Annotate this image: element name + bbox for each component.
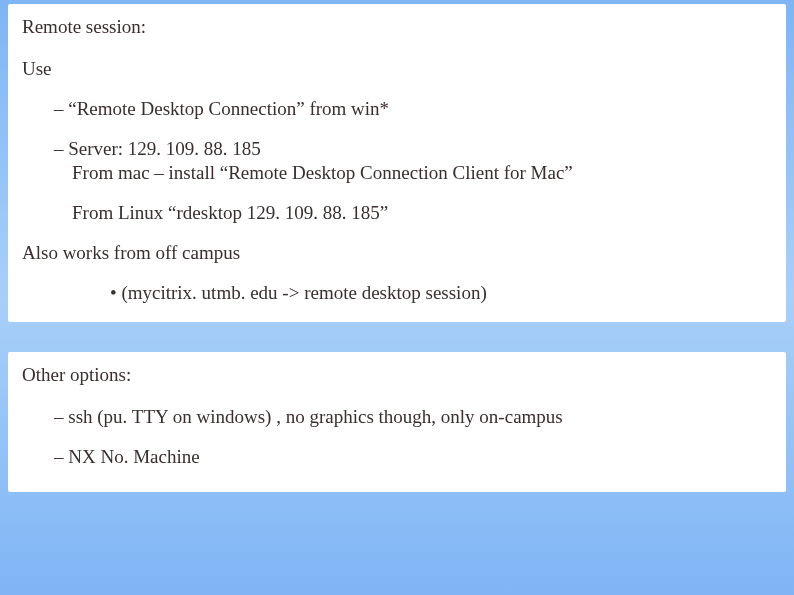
primary-dash-list: “Remote Desktop Connection” from win* Se… <box>54 98 772 160</box>
use-label: Use <box>22 58 772 80</box>
content-box-2: Other options: ssh (pu. TTY on windows) … <box>8 352 786 492</box>
heading-remote-session: Remote session: <box>22 16 772 38</box>
dash-item-nx: NX No. Machine <box>54 446 772 468</box>
also-works-line: Also works from off campus <box>22 242 772 264</box>
content-box-1: Remote session: Use “Remote Desktop Conn… <box>8 4 786 322</box>
dash-item-ssh: ssh (pu. TTY on windows) , no graphics t… <box>54 406 772 428</box>
subline-linux: From Linux “rdesktop 129. 109. 88. 185” <box>72 202 772 224</box>
bullet-mycitrix: (mycitrix. utmb. edu -> remote desktop s… <box>110 282 772 304</box>
dash-item-server: Server: 129. 109. 88. 185 <box>54 138 772 160</box>
subline-mac: From mac – install “Remote Desktop Conne… <box>72 162 772 184</box>
heading-other-options: Other options: <box>22 364 772 386</box>
other-options-list: ssh (pu. TTY on windows) , no graphics t… <box>54 406 772 468</box>
dash-item-rdc: “Remote Desktop Connection” from win* <box>54 98 772 120</box>
